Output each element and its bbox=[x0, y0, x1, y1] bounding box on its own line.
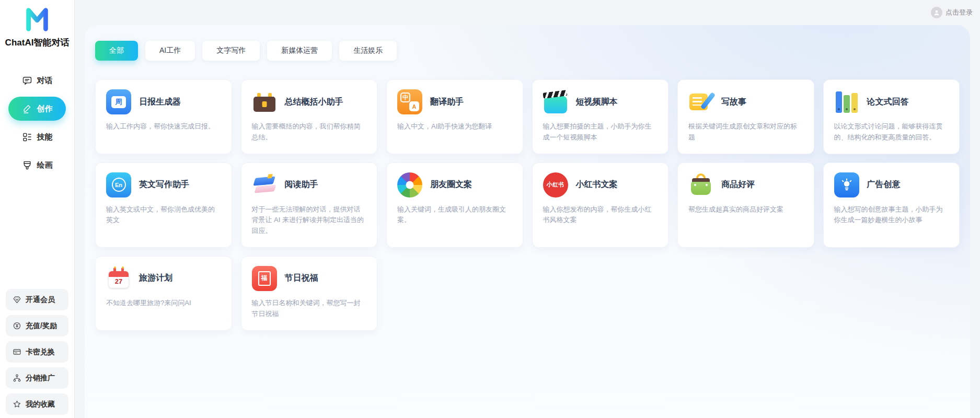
tool-card-festival[interactable]: 福 节日祝福 输入节日名称和关键词，帮您写一封节日祝福 bbox=[241, 256, 378, 331]
sidebar-item-membership[interactable]: 开通会员 bbox=[6, 289, 68, 310]
util-item-label: 充值/奖励 bbox=[26, 321, 57, 331]
tool-card-desc: 输入英文或中文，帮你润色成优美的英文 bbox=[106, 204, 221, 226]
lightbulb-icon bbox=[834, 172, 859, 198]
tool-cards-grid: 周 日报生成器 输入工作内容，帮你快速完成日报。 总结概括小助手 输入需要概括的… bbox=[95, 79, 960, 331]
tool-card-title: 商品好评 bbox=[721, 179, 755, 190]
tool-card-title: 论文式回答 bbox=[867, 97, 909, 108]
util-item-label: 我的收藏 bbox=[26, 400, 55, 409]
tool-card-reading[interactable]: 阅读助手 对于一些无法理解的对话，提供对话背景让 AI 来进行解读并制定出适当的… bbox=[241, 162, 378, 248]
tool-card-english-writing[interactable]: En 英文写作助手 输入英文或中文，帮你润色成优美的英文 bbox=[95, 162, 232, 248]
sidebar-item-label: 绘画 bbox=[37, 160, 53, 170]
briefcase-icon bbox=[252, 89, 277, 114]
sidebar-item-label: 技能 bbox=[37, 132, 53, 142]
sidebar-item-label: 对话 bbox=[37, 76, 53, 86]
tool-card-title: 阅读助手 bbox=[285, 179, 318, 190]
tab-new-media[interactable]: 新媒体运营 bbox=[267, 41, 332, 61]
tool-card-moments[interactable]: 朋友圈文案 输入关键词，生成吸引人的朋友圈文案。 bbox=[386, 162, 523, 248]
tool-card-xiaohongshu[interactable]: 小红书 小红书文案 输入你想发布的内容，帮你生成小红书风格文案 bbox=[532, 162, 669, 248]
tool-card-travel-plan[interactable]: 27 旅游计划 不知道去哪里旅游?来问问AI bbox=[95, 256, 232, 331]
sidebar-item-favorites[interactable]: 我的收藏 bbox=[6, 393, 68, 415]
tool-card-title: 英文写作助手 bbox=[139, 179, 189, 190]
festival-fu-icon: 福 bbox=[252, 266, 277, 291]
brand-logo-icon bbox=[22, 4, 52, 34]
tab-all[interactable]: 全部 bbox=[95, 41, 138, 61]
tool-card-desc: 输入节日名称和关键词，帮您写一封节日祝福 bbox=[252, 298, 367, 320]
tool-card-desc: 输入想要拍摄的主题，小助手为你生成一个短视频脚本 bbox=[543, 121, 658, 143]
yuan-coin-icon bbox=[13, 321, 21, 330]
gem-icon bbox=[13, 295, 21, 304]
sidebar-nav: 对话 创作 技能 绘画 bbox=[8, 68, 66, 177]
tool-card-daily-report[interactable]: 周 日报生成器 输入工作内容，帮你快速完成日报。 bbox=[95, 79, 232, 154]
tool-card-title: 小红书文案 bbox=[576, 179, 618, 190]
tool-card-desc: 输入想写的创意故事主题，小助手为你生成一篇妙趣横生的小故事 bbox=[834, 204, 949, 226]
tool-card-desc: 输入你想发布的内容，帮你生成小红书风格文案 bbox=[543, 204, 658, 226]
tool-card-product-review[interactable]: 商品好评 帮您生成超真实的商品好评文案 bbox=[677, 162, 814, 248]
english-writing-icon: En bbox=[106, 172, 131, 198]
sidebar-item-recharge[interactable]: 充值/奖励 bbox=[6, 315, 68, 336]
tool-card-translate[interactable]: 中 A 翻译助手 输入中文，AI助手快速为您翻译 bbox=[386, 79, 523, 154]
app-root: ChatAI智能对话 对话 创作 技能 绘画 开通会员 bbox=[0, 0, 980, 418]
tab-ai-work[interactable]: AI工作 bbox=[145, 41, 195, 61]
tool-card-essay[interactable]: 论文式回答 以论文形式讨论问题，能够获得连贯的、结构化的和更高质量的回答。 bbox=[823, 79, 960, 154]
content-panel: 全部 AI工作 文字写作 新媒体运营 生活娱乐 周 日报生成器 输入工作内容，帮… bbox=[85, 25, 970, 418]
util-item-label: 卡密兑换 bbox=[26, 347, 55, 357]
travel-calendar-icon: 27 bbox=[106, 266, 131, 291]
sidebar-item-chat[interactable]: 对话 bbox=[8, 68, 66, 92]
sidebar: ChatAI智能对话 对话 创作 技能 绘画 开通会员 bbox=[0, 0, 75, 418]
tool-card-title: 写故事 bbox=[721, 97, 746, 108]
tool-card-desc: 输入需要概括的内容，我们帮你精简总结。 bbox=[252, 121, 367, 143]
tool-card-short-video[interactable]: 短视频脚本 输入想要拍摄的主题，小助手为你生成一个短视频脚本 bbox=[532, 79, 669, 154]
tool-card-desc: 帮您生成超真实的商品好评文案 bbox=[688, 204, 803, 215]
sidebar-item-create[interactable]: 创作 bbox=[8, 97, 66, 121]
paint-brush-icon bbox=[22, 160, 32, 170]
tool-card-title: 总结概括小助手 bbox=[285, 97, 343, 108]
moments-pinwheel-icon bbox=[397, 172, 422, 198]
shopping-bag-icon bbox=[688, 172, 713, 198]
sidebar-item-card-redeem[interactable]: 卡密兑换 bbox=[6, 341, 68, 363]
skills-grid-icon bbox=[22, 132, 32, 142]
daily-report-icon: 周 bbox=[106, 89, 131, 114]
tab-lifestyle[interactable]: 生活娱乐 bbox=[339, 41, 397, 61]
star-icon bbox=[13, 400, 21, 409]
chat-bubble-icon bbox=[22, 75, 32, 86]
books-icon bbox=[252, 172, 277, 198]
note-pencil-icon bbox=[688, 89, 713, 114]
tool-card-summary[interactable]: 总结概括小助手 输入需要概括的内容，我们帮你精简总结。 bbox=[241, 79, 378, 154]
tool-card-title: 旅游计划 bbox=[139, 273, 172, 284]
avatar-icon bbox=[931, 7, 942, 18]
clapperboard-icon bbox=[543, 89, 568, 114]
pencil-icon bbox=[22, 103, 32, 114]
org-share-icon bbox=[13, 374, 21, 382]
login-label: 点击登录 bbox=[946, 8, 973, 17]
tool-card-ad-creative[interactable]: 广告创意 输入想写的创意故事主题，小助手为你生成一篇妙趣横生的小故事 bbox=[823, 162, 960, 248]
tool-card-title: 日报生成器 bbox=[139, 97, 181, 108]
sidebar-item-distribution[interactable]: 分销推广 bbox=[6, 367, 68, 389]
translate-icon: 中 A bbox=[397, 89, 422, 114]
category-tabs: 全部 AI工作 文字写作 新媒体运营 生活娱乐 bbox=[95, 41, 960, 61]
sidebar-item-paint[interactable]: 绘画 bbox=[8, 153, 66, 177]
brand-title: ChatAI智能对话 bbox=[5, 37, 70, 49]
sidebar-item-label: 创作 bbox=[37, 104, 53, 114]
tool-card-title: 广告创意 bbox=[867, 179, 901, 190]
login-button[interactable]: 点击登录 bbox=[931, 7, 973, 18]
tool-card-desc: 以论文形式讨论问题，能够获得连贯的、结构化的和更高质量的回答。 bbox=[834, 121, 949, 143]
topbar: 点击登录 bbox=[75, 0, 980, 25]
tool-card-desc: 输入关键词，生成吸引人的朋友圈文案。 bbox=[397, 204, 512, 226]
tool-card-story[interactable]: 写故事 根据关键词生成原创文章和对应的标题 bbox=[677, 79, 814, 154]
sidebar-item-skills[interactable]: 技能 bbox=[8, 125, 66, 149]
binders-icon bbox=[834, 89, 859, 114]
main-area: 点击登录 全部 AI工作 文字写作 新媒体运营 生活娱乐 周 日报生成器 bbox=[75, 0, 980, 418]
tool-card-desc: 对于一些无法理解的对话，提供对话背景让 AI 来进行解读并制定出适当的回应。 bbox=[252, 204, 367, 237]
tool-card-title: 节日祝福 bbox=[285, 273, 318, 284]
tool-card-desc: 输入中文，AI助手快速为您翻译 bbox=[397, 121, 512, 132]
tool-card-desc: 不知道去哪里旅游?来问问AI bbox=[106, 298, 221, 309]
card-icon bbox=[13, 347, 21, 356]
xiaohongshu-icon: 小红书 bbox=[543, 172, 568, 198]
tool-card-desc: 输入工作内容，帮你快速完成日报。 bbox=[106, 121, 221, 132]
util-item-label: 开通会员 bbox=[26, 295, 55, 305]
tool-card-desc: 根据关键词生成原创文章和对应的标题 bbox=[688, 121, 803, 143]
tool-card-title: 朋友圈文案 bbox=[430, 179, 472, 190]
util-item-label: 分销推广 bbox=[26, 374, 55, 383]
tool-card-title: 短视频脚本 bbox=[576, 97, 618, 108]
tab-writing[interactable]: 文字写作 bbox=[202, 41, 260, 61]
